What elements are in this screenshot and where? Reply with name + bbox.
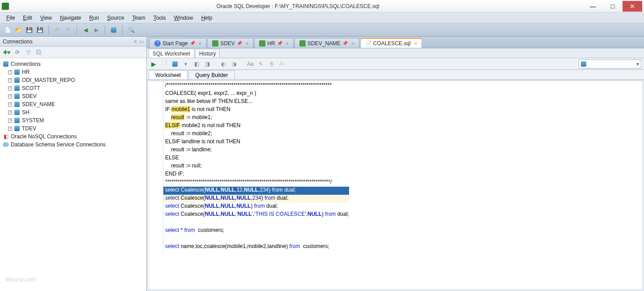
tab-start-page[interactable]: ?Start Page📌× [149,38,206,48]
connections-tree[interactable]: Connections +HR+ODI_MASTER_REPO+SCOTT+SD… [0,58,146,291]
binoculars-icon[interactable]: 🔍 [127,26,135,34]
code-line[interactable]: ELSIF landline is not null THEN [163,138,349,146]
filter-icon[interactable]: ▽ [24,48,32,56]
tab-coalesce-sql[interactable]: 📄COALESCE.sql× [360,38,422,48]
expand-icon[interactable]: + [8,70,12,74]
redo-icon[interactable]: ↷ [64,26,72,34]
close-tab-icon[interactable]: × [351,41,354,46]
menu-source[interactable]: Source [103,14,128,22]
code-line[interactable]: ELSE [163,154,349,163]
worksheet-tab[interactable]: Worksheet [149,70,188,79]
clear-icon[interactable]: ✎ [257,60,265,68]
refresh-icon[interactable]: ⟳ [13,48,21,56]
code-line[interactable]: select * from customers; [163,227,349,235]
code-line[interactable]: IF mobile1 is not null THEN [163,106,349,114]
forward-icon[interactable]: ▶ [92,26,100,34]
code-line[interactable]: select Coalesce(NULL,NULL,'NULL','THIS I… [163,211,349,219]
code-line[interactable]: select Coalesce(NULL,NULL,NULL,234) from… [163,195,349,203]
new-connection-icon[interactable]: ✚▾ [3,48,11,56]
back-icon[interactable]: ◀ [81,26,90,34]
code-line[interactable] [163,219,349,227]
sql-icon[interactable] [110,26,118,34]
tab-sdev-name[interactable]: SDEV_NAME📌× [294,38,359,48]
connection-odi_master_repo[interactable]: +ODI_MASTER_REPO [1,76,145,84]
connection-dropdown[interactable]: ▾ [579,60,641,68]
sql-worksheet-tab[interactable]: SQL Worksheet [149,49,194,58]
open-icon[interactable]: 📂 [14,26,22,34]
connection-system[interactable]: +SYSTEM [1,116,145,124]
sql-code[interactable]: /***************************************… [163,81,349,252]
connection-sdev_name[interactable]: +SDEV_NAME [1,100,145,108]
explain-plan-icon[interactable]: ▾ [182,60,190,68]
expand-icon[interactable]: + [8,127,12,131]
menu-navigate[interactable]: Navigate [56,14,85,22]
code-line[interactable]: result := mobile2; [163,130,349,138]
code-line[interactable]: ELSIF mobile2 is not null THEN [163,122,349,130]
expand-icon[interactable]: + [8,86,12,90]
menu-team[interactable]: Team [128,14,149,22]
code-line[interactable]: select name,loc,coalesce(mobile1,mobile2… [163,243,349,251]
code-line[interactable]: select Coalesce(NULL,NULL,12,NULL,234) f… [163,187,349,195]
menu-file[interactable]: File [3,14,18,22]
code-line[interactable]: result := landline; [163,146,349,154]
query-builder-tab[interactable]: Query Builder [188,70,235,79]
new-icon[interactable]: 📄 [4,26,12,34]
code-line[interactable]: same as like below IF THEN ELSE... [163,98,349,106]
connections-root[interactable]: Connections [1,60,145,68]
minimize-button[interactable]: — [583,1,603,12]
connection-hr[interactable]: +HR [1,68,145,76]
tab-sdev[interactable]: SDEV📌× [207,38,253,48]
copy-icon[interactable]: ⿻ [35,48,43,56]
expand-icon[interactable]: + [8,103,12,107]
connection-sh[interactable]: +SH [1,108,145,116]
panel-pin-icon[interactable]: × [134,39,137,45]
menu-tools[interactable]: Tools [150,14,170,22]
code-line[interactable]: result := null; [163,163,349,171]
sql-history-icon[interactable]: ⎘ [268,60,276,68]
code-line[interactable]: COALESCE( expr1, expr2, ... expr_n ) [163,90,349,98]
expand-icon[interactable]: + [8,111,12,115]
connection-scott[interactable]: +SCOTT [1,84,145,92]
to-uppercase-icon[interactable]: A↕ [278,60,286,68]
rollback-icon[interactable]: ◐ [219,60,227,68]
tab-hr[interactable]: HR📌× [254,38,294,48]
unshared-icon[interactable]: ◑ [230,60,238,68]
menu-edit[interactable]: Edit [19,14,36,22]
code-line[interactable]: /***************************************… [163,82,349,90]
save-icon[interactable]: 💾 [25,26,33,34]
code-line[interactable]: END IF; [163,171,349,179]
panel-minimize-icon[interactable]: ▭ [139,39,144,45]
maximize-button[interactable]: □ [603,1,623,12]
pin-icon[interactable]: 📌 [237,41,242,46]
connection-tdev[interactable]: +TDEV [1,124,145,133]
menu-view[interactable]: View [37,14,55,22]
undo-icon[interactable]: ↶ [53,26,61,34]
code-line[interactable] [163,235,349,243]
close-tab-icon[interactable]: × [414,41,417,46]
close-tab-icon[interactable]: × [199,41,201,46]
autotrace-icon[interactable]: ◧ [192,60,200,68]
close-tab-icon[interactable]: × [286,41,289,46]
schema-service-connections[interactable]: Database Schema Service Connections [1,141,145,149]
code-editor[interactable]: /***************************************… [148,81,643,290]
run-script-icon[interactable]: 📄 [160,60,168,68]
close-button[interactable]: ✕ [623,1,642,12]
nosql-connections[interactable]: ◧ Oracle NoSQL Connections [1,133,145,141]
code-line[interactable]: result := mobile1; [163,114,349,122]
code-line[interactable]: ****************************************… [163,179,349,187]
close-tab-icon[interactable]: × [246,41,248,46]
expand-icon[interactable]: + [8,119,12,123]
expand-icon[interactable]: + [8,94,12,98]
connection-sdev[interactable]: +SDEV [1,92,145,100]
pin-icon[interactable]: 📌 [342,41,348,46]
sql-tuning-icon[interactable]: ◨ [203,60,211,68]
run-icon[interactable]: ▶ [149,60,158,68]
format-icon[interactable]: Aa [246,60,254,68]
menu-window[interactable]: Window [171,14,197,22]
history-tab[interactable]: History [195,49,220,58]
menu-run[interactable]: Run [85,14,102,22]
code-line[interactable]: select Coalesce(NULL,NULL,NULL) from dua… [163,203,349,211]
expand-icon[interactable]: + [8,78,12,82]
pin-icon[interactable]: 📌 [190,41,195,46]
pin-icon[interactable]: 📌 [277,41,282,46]
